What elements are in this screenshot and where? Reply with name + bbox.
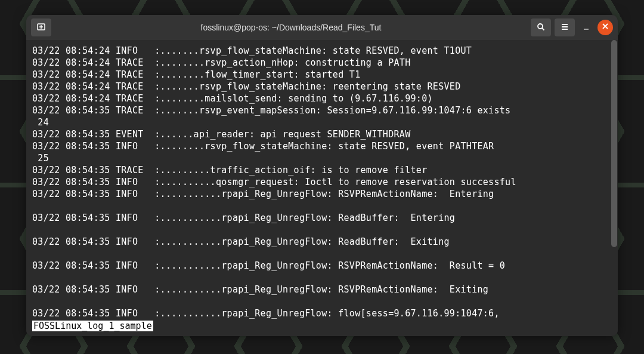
minimize-button[interactable] [578, 20, 594, 35]
menu-button[interactable] [555, 19, 575, 36]
log-line: 03/22 08:54:35 INFO :........rsvp_flow_s… [32, 140, 612, 152]
hamburger-icon [560, 22, 569, 33]
log-line: 03/22 08:54:35 EVENT :......api_reader: … [32, 128, 612, 140]
minimize-icon [583, 22, 590, 33]
log-line [32, 295, 612, 307]
log-line: 25 [32, 152, 612, 164]
log-line: 03/22 08:54:35 TRACE :.........traffic_a… [32, 164, 612, 176]
terminal-output: 03/22 08:54:24 INFO :.......rsvp_flow_st… [32, 45, 612, 319]
search-icon [536, 22, 546, 33]
log-line: 03/22 08:54:24 TRACE :........rsvp_actio… [32, 57, 612, 69]
log-line: 03/22 08:54:35 INFO :...........rpapi_Re… [32, 188, 612, 200]
new-tab-icon [36, 22, 46, 33]
log-line: 03/22 08:54:35 INFO :...........rpapi_Re… [32, 212, 612, 224]
window-title: fosslinux@pop-os: ~/Downloads/Read_Files… [56, 23, 526, 32]
log-line [32, 248, 612, 260]
scrollbar[interactable] [611, 40, 617, 247]
titlebar: fosslinux@pop-os: ~/Downloads/Read_Files… [26, 15, 618, 40]
new-tab-button[interactable] [31, 19, 51, 36]
log-line: 03/22 08:54:35 TRACE :.......rsvp_event_… [32, 104, 612, 116]
search-button[interactable] [531, 19, 551, 36]
log-line: 03/22 08:54:24 TRACE :........mailslot_s… [32, 93, 612, 104]
log-line: 03/22 08:54:24 INFO :.......rsvp_flow_st… [32, 45, 612, 57]
pager-status-filename: FOSSLinux_log_1_sample [32, 321, 153, 331]
log-line [32, 272, 612, 284]
log-line: 24 [32, 116, 612, 128]
log-line: 03/22 08:54:35 INFO :..........qosmgr_re… [32, 176, 612, 188]
log-line [32, 200, 612, 212]
log-line: 03/22 08:54:35 INFO :...........rpapi_Re… [32, 260, 612, 272]
log-line: 03/22 08:54:35 INFO :...........rpapi_Re… [32, 307, 612, 319]
log-line: 03/22 08:54:24 TRACE :........flow_timer… [32, 69, 612, 81]
close-icon [600, 21, 610, 33]
log-line: 03/22 08:54:35 INFO :...........rpapi_Re… [32, 284, 612, 295]
log-line: 03/22 08:54:24 TRACE :.......rsvp_flow_s… [32, 81, 612, 93]
svg-point-3 [538, 24, 543, 29]
terminal-body[interactable]: 03/22 08:54:24 INFO :.......rsvp_flow_st… [26, 40, 618, 336]
log-line: 03/22 08:54:35 INFO :...........rpapi_Re… [32, 236, 612, 248]
close-button[interactable] [597, 20, 613, 35]
log-line [32, 224, 612, 236]
terminal-window: fosslinux@pop-os: ~/Downloads/Read_Files… [26, 15, 618, 336]
svg-line-4 [542, 28, 544, 30]
